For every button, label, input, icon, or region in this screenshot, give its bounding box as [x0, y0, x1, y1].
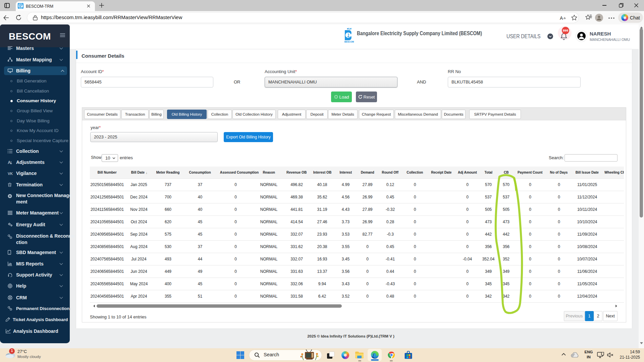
svg-text:BESCOM: BESCOM — [344, 41, 354, 43]
svg-text:VK: VK — [8, 172, 13, 175]
svg-text:A: A — [560, 15, 563, 20]
svg-text:ಣೆವಿಕం: ಣೆವಿಕం — [347, 27, 352, 30]
